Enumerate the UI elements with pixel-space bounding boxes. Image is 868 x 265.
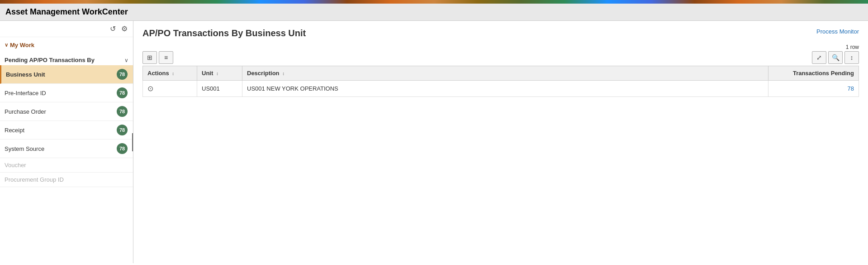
actions-check-icon[interactable]: ⊙ [147, 85, 153, 92]
sidebar-item-procurement-group-id: Procurement Group ID [0, 173, 133, 187]
row-count: 1 row [142, 44, 859, 50]
process-monitor-link[interactable]: Process Monitor [816, 28, 859, 35]
toolbar-right: ⤢ 🔍 ↕ [812, 51, 859, 64]
table-toolbar: ⊞ ≡ ⤢ 🔍 ↕ [142, 51, 859, 64]
sidebar-items-list: Business Unit 78 Pre-Interface ID 78 Pur… [0, 65, 133, 187]
sidebar-item-business-unit-badge: 78 [117, 69, 128, 80]
transactions-pending-link[interactable]: 78 [848, 85, 854, 92]
column-description[interactable]: Description ↕ [242, 66, 768, 81]
column-unit[interactable]: Unit ↕ [197, 66, 242, 81]
sidebar-item-purchase-order-badge: 78 [117, 106, 128, 117]
my-work-section: ∨ My Work [0, 37, 133, 53]
column-unit-sort-icon: ↕ [216, 71, 218, 76]
pending-section-header: Pending AP/PO Transactions By ∨ [0, 53, 133, 65]
sidebar-item-pre-interface-id-label: Pre-Interface ID [5, 90, 46, 96]
table-row: ⊙ US001 US001 NEW YORK OPERATIONS 78 [143, 81, 859, 97]
sidebar-item-receipt-label: Receipt [5, 127, 24, 134]
table-header: Actions ↕ Unit ↕ Description ↕ Transacti… [143, 66, 859, 81]
column-transactions-pending: Transactions Pending [768, 66, 859, 81]
my-work-label: My Work [10, 42, 34, 48]
unit-value: US001 [202, 85, 220, 92]
sidebar-item-pre-interface-id-badge: 78 [117, 87, 128, 98]
filter-button[interactable]: ≡ [159, 51, 173, 64]
sidebar-item-pre-interface-id[interactable]: Pre-Interface ID 78 [0, 84, 133, 102]
app-title: Asset Management WorkCenter [5, 7, 863, 17]
data-table: Actions ↕ Unit ↕ Description ↕ Transacti… [142, 66, 859, 97]
column-actions[interactable]: Actions ↕ [143, 66, 197, 81]
description-value: US001 NEW YORK OPERATIONS [247, 85, 338, 92]
sidebar-item-system-source-label: System Source [5, 145, 44, 152]
sidebar-item-system-source-badge: 78 [117, 143, 128, 154]
sidebar-item-purchase-order-label: Purchase Order [5, 108, 46, 115]
content-title: AP/PO Transactions By Business Unit [142, 28, 306, 39]
cell-actions[interactable]: ⊙ [143, 81, 197, 97]
cell-transactions-pending[interactable]: 78 [768, 81, 859, 97]
pending-section-collapse-btn[interactable]: ∨ [124, 57, 128, 63]
sidebar-item-procurement-group-id-label: Procurement Group ID [5, 176, 64, 183]
app-header: Asset Management WorkCenter [0, 4, 868, 21]
table-body: ⊙ US001 US001 NEW YORK OPERATIONS 78 [143, 81, 859, 97]
sidebar-collapse-handle[interactable]: || [132, 133, 133, 151]
pending-section-label: Pending AP/PO Transactions By [5, 57, 95, 63]
sidebar-toolbar: ↺ ⚙ [0, 21, 133, 37]
column-transactions-pending-label: Transactions Pending [793, 70, 854, 77]
toolbar-left: ⊞ ≡ [142, 51, 173, 64]
column-actions-sort-icon: ↕ [172, 71, 174, 76]
settings-button[interactable]: ⚙ [120, 24, 128, 34]
sort-button[interactable]: ↕ [844, 51, 859, 64]
sidebar-item-receipt[interactable]: Receipt 78 [0, 121, 133, 140]
sidebar-item-business-unit-label: Business Unit [6, 71, 45, 78]
column-description-sort-icon: ↕ [282, 71, 285, 76]
table-header-row: Actions ↕ Unit ↕ Description ↕ Transacti… [143, 66, 859, 81]
column-unit-label: Unit [202, 70, 213, 77]
column-description-label: Description [247, 70, 280, 77]
sidebar-item-system-source[interactable]: System Source 78 [0, 140, 133, 158]
sidebar-item-purchase-order[interactable]: Purchase Order 78 [0, 102, 133, 121]
column-actions-label: Actions [147, 70, 169, 77]
my-work-chevron: ∨ [5, 42, 8, 48]
refresh-button[interactable]: ↺ [109, 24, 117, 34]
my-work-header[interactable]: ∨ My Work [5, 40, 128, 50]
sidebar-item-business-unit[interactable]: Business Unit 78 [0, 65, 133, 84]
content-area: AP/PO Transactions By Business Unit Proc… [133, 21, 868, 263]
grid-view-button[interactable]: ⊞ [142, 51, 157, 64]
expand-button[interactable]: ⤢ [812, 51, 826, 64]
sidebar-item-receipt-badge: 78 [117, 125, 128, 135]
search-button[interactable]: 🔍 [828, 51, 843, 64]
sidebar-item-voucher-label: Voucher [5, 162, 26, 169]
sidebar: ↺ ⚙ ∨ My Work Pending AP/PO Transactions… [0, 21, 133, 263]
main-layout: ↺ ⚙ ∨ My Work Pending AP/PO Transactions… [0, 21, 868, 263]
top-banner [0, 0, 868, 4]
sidebar-item-voucher: Voucher [0, 158, 133, 173]
cell-unit: US001 [197, 81, 242, 97]
cell-description: US001 NEW YORK OPERATIONS [242, 81, 768, 97]
content-header: AP/PO Transactions By Business Unit Proc… [142, 28, 859, 39]
